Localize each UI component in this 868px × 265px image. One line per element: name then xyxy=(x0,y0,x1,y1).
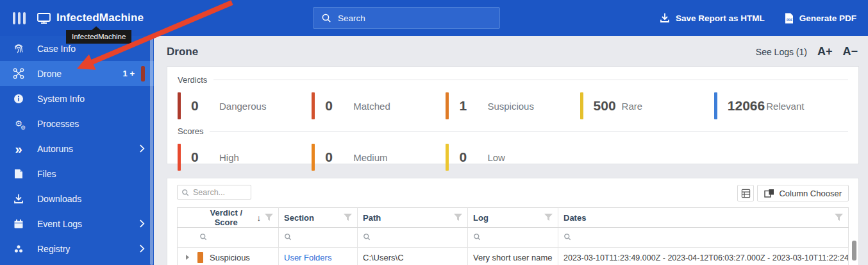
filter-cell-path[interactable] xyxy=(358,228,468,248)
stat-matched: 0Matched xyxy=(312,92,446,120)
cell-dates: 2023-03-10T11:23:49.000Z - 2023-04-12T06… xyxy=(558,248,849,265)
cell-search-icon xyxy=(284,233,292,241)
sidebar-item-autoruns[interactable]: »Autoruns xyxy=(0,136,154,161)
sidebar-item-files[interactable]: Files xyxy=(0,161,154,186)
section-link[interactable]: User Folders xyxy=(284,253,331,262)
stat-label: Medium xyxy=(353,152,387,163)
results-table: Verdict / Score↓SectionPathLogDates Susp… xyxy=(177,207,849,265)
stat-rare: 500Rare xyxy=(580,92,714,120)
stat-high: 0High xyxy=(178,143,312,171)
stat-value: 0 xyxy=(325,150,352,165)
stat-color-bar xyxy=(446,144,449,171)
sidebar-item-label: Files xyxy=(37,169,56,179)
svg-text:PDF: PDF xyxy=(787,19,792,22)
generate-pdf-button[interactable]: PDF Generate PDF xyxy=(784,13,856,24)
global-search[interactable] xyxy=(313,7,500,29)
column-chooser-icon xyxy=(764,189,774,198)
filter-funnel-icon[interactable] xyxy=(544,214,553,221)
stat-color-bar xyxy=(580,92,583,119)
stat-value: 1 xyxy=(459,98,486,114)
cell-search-icon xyxy=(199,233,207,241)
menu-toggle-icon[interactable] xyxy=(13,12,26,24)
stat-label: Rare xyxy=(622,101,643,112)
see-logs-link[interactable]: See Logs (1) xyxy=(756,47,807,57)
divider-line xyxy=(210,131,848,132)
filter-row xyxy=(178,228,849,248)
fingerprint-icon xyxy=(13,43,24,55)
stat-value: 12066 xyxy=(728,98,765,114)
filter-cell-verdict-score[interactable] xyxy=(178,228,279,248)
divider-line xyxy=(213,80,848,80)
filter-funnel-icon[interactable] xyxy=(265,214,273,221)
filter-cell-dates[interactable] xyxy=(558,228,849,248)
alert-bar xyxy=(141,66,145,81)
log-value: Very short user name xyxy=(473,253,553,262)
cell-search-icon xyxy=(473,233,481,241)
sidebar-scrollbar[interactable] xyxy=(150,36,153,265)
column-header-path[interactable]: Path xyxy=(358,208,468,228)
double-chevron-icon: » xyxy=(13,143,24,155)
font-increase-button[interactable]: A+ xyxy=(817,45,833,58)
sidebar-item-label: System Info xyxy=(37,94,85,104)
table-search[interactable] xyxy=(177,185,251,200)
sidebar-item-processes[interactable]: ⚙⚙Processes xyxy=(0,111,154,136)
sidebar-item-registry[interactable]: Registry xyxy=(0,236,154,261)
results-card: Column Chooser Verdict / Score↓SectionPa… xyxy=(167,178,859,265)
column-header-log[interactable]: Log xyxy=(468,208,558,228)
sidebar-item-label: Case Info xyxy=(37,44,76,54)
sidebar-item-label: Event Logs xyxy=(37,219,82,229)
sidebar-item-label: Downloads xyxy=(37,194,81,204)
stat-color-bar xyxy=(312,92,315,119)
stat-relevant: 12066Relevant xyxy=(714,92,848,120)
chevron-right-icon xyxy=(139,219,145,228)
filter-cell-log[interactable] xyxy=(468,228,558,248)
header-row: Verdict / Score↓SectionPathLogDates xyxy=(178,208,849,228)
sidebar-item-drone[interactable]: Drone1 + xyxy=(0,61,154,86)
download-tray-icon xyxy=(13,193,24,205)
column-header-dates[interactable]: Dates xyxy=(558,208,849,228)
expand-row-icon[interactable] xyxy=(186,255,189,260)
sidebar-item-system-info[interactable]: System Info xyxy=(0,86,154,111)
sidebar: Case InfoDrone1 +System Info⚙⚙Processes»… xyxy=(0,36,154,265)
filter-funnel-icon[interactable] xyxy=(835,214,843,221)
column-header-section[interactable]: Section xyxy=(279,208,358,228)
chevron-right-icon xyxy=(139,144,145,153)
stat-label: Low xyxy=(487,152,505,163)
column-header-verdict-score[interactable]: Verdict / Score↓ xyxy=(178,208,279,228)
table-search-input[interactable] xyxy=(193,188,247,197)
verdicts-row: 0Dangerous0Matched1Suspicious500Rare1206… xyxy=(178,92,848,120)
save-report-html-button[interactable]: Save Report as HTML xyxy=(660,13,765,23)
table-row[interactable]: SuspiciousUser FoldersC:\Users\CVery sho… xyxy=(178,248,849,265)
stat-label: Matched xyxy=(353,101,390,112)
column-chooser-button[interactable]: Column Chooser xyxy=(757,185,849,201)
sort-descending-icon[interactable]: ↓ xyxy=(257,213,262,223)
table-body: SuspiciousUser FoldersC:\Users\CVery sho… xyxy=(178,228,849,265)
info-icon xyxy=(13,93,24,105)
stat-value: 0 xyxy=(191,98,218,114)
sidebar-item-label: Registry xyxy=(37,244,70,254)
dates-value: 2023-03-10T11:23:49.000Z - 2023-04-12T06… xyxy=(563,253,849,262)
stat-label: Suspicious xyxy=(487,101,534,112)
sidebar-item-event-logs[interactable]: Event Logs xyxy=(0,211,154,236)
filter-cell-section[interactable] xyxy=(279,228,358,248)
machine-icon xyxy=(37,13,51,24)
machine-name-tooltip: InfectedMachine xyxy=(66,30,131,44)
font-decrease-button[interactable]: A− xyxy=(842,45,858,58)
verdict-label: Suspicious xyxy=(210,253,250,262)
machine-name-title[interactable]: InfectedMachine xyxy=(56,12,144,24)
stat-dangerous: 0Dangerous xyxy=(178,92,312,120)
scores-section-label: Scores xyxy=(178,126,203,136)
stat-suspicious: 1Suspicious xyxy=(446,92,580,120)
global-search-input[interactable] xyxy=(338,13,492,23)
export-xlsx-button[interactable] xyxy=(737,185,754,201)
sidebar-nav: Case InfoDrone1 +System Info⚙⚙Processes»… xyxy=(0,36,154,261)
table-vertical-scrollbar[interactable] xyxy=(852,241,856,261)
item-count-badge: 1 + xyxy=(123,69,135,78)
stat-label: Dangerous xyxy=(219,101,266,112)
column-label: Section xyxy=(284,213,314,223)
file-icon xyxy=(13,168,24,180)
sidebar-item-downloads[interactable]: Downloads xyxy=(0,186,154,211)
stat-low: 0Low xyxy=(446,143,580,171)
filter-funnel-icon[interactable] xyxy=(454,214,462,221)
filter-funnel-icon[interactable] xyxy=(344,214,352,221)
